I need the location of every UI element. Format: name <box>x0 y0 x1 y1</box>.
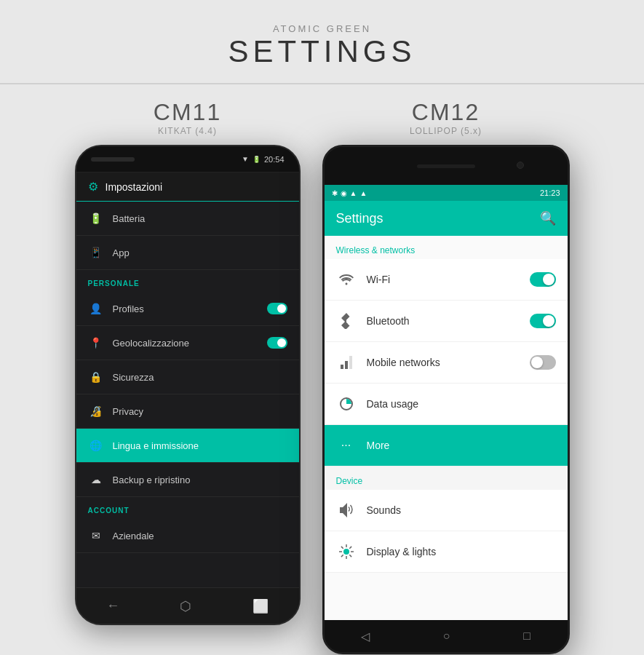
menu-item-aziendale[interactable]: ✉ Aziendale <box>76 519 299 553</box>
phone2-screen: Wireless & networks Wi-Fi <box>325 236 568 620</box>
phone2-label: CM12 LOLLIPOP (5.x) <box>410 99 482 136</box>
phone1-status-time: 20:54 <box>264 155 285 164</box>
settings-item-display[interactable]: Display & lights <box>325 531 568 573</box>
wireless-section-header: Wireless & networks <box>325 236 568 259</box>
lingua-icon: 🌐 <box>88 437 104 453</box>
settings-item-wifi[interactable]: Wi-Fi <box>325 259 568 301</box>
phone1-app-bar: ⚙ Impostazioni <box>76 172 299 202</box>
svg-rect-1 <box>345 361 348 369</box>
aziendale-label: Aziendale <box>113 531 287 541</box>
settings-item-data[interactable]: Data usage <box>325 384 568 425</box>
app-label: App <box>113 247 287 258</box>
phone2-body: ✱ ◉ ▲ ▲ 21:23 Settings 🔍 Wireless & netw… <box>322 145 570 654</box>
signal-status-icon: ▲ <box>359 189 367 197</box>
section-personale: PERSONALE <box>76 270 299 292</box>
geo-label: Geolocalizzazione <box>113 338 267 349</box>
display-label: Display & lights <box>367 546 556 557</box>
sicurezza-icon: 🔒 <box>88 369 104 385</box>
settings-item-bluetooth[interactable]: Bluetooth <box>325 301 568 342</box>
page-header: ATOMIC GREEN SETTINGS <box>0 0 644 83</box>
profiles-toggle[interactable] <box>267 303 287 314</box>
app-icon: 📱 <box>88 245 104 261</box>
menu-item-lingua[interactable]: 🌐 Lingua e immissione <box>76 429 299 463</box>
wifi-toggle[interactable] <box>530 272 556 287</box>
phone1-body: ▼ 🔋 20:54 ⚙ Impostazioni 🔋 Batteria <box>75 145 301 625</box>
backup-icon: ☁ <box>88 472 104 488</box>
phone1-app-title: Impostazioni <box>106 181 163 193</box>
settings-item-more[interactable]: ··· More <box>325 425 568 467</box>
batteria-label: Batteria <box>113 213 287 224</box>
mobile-toggle[interactable] <box>530 355 556 370</box>
display-icon <box>336 541 357 562</box>
phone2-top <box>325 147 568 185</box>
menu-item-privacy[interactable]: 🔏 Privacy <box>76 394 299 429</box>
svg-line-10 <box>341 547 343 549</box>
wifi-icon <box>336 269 357 290</box>
section-account: ACCOUNT <box>76 497 299 519</box>
section-personale-text: PERSONALE <box>88 279 140 287</box>
phone2-status-time: 21:23 <box>540 188 560 197</box>
nav2-back-icon[interactable]: ◁ <box>361 630 370 643</box>
battery-icon: 🔋 <box>88 210 104 226</box>
privacy-label: Privacy <box>113 406 287 417</box>
device-section-header: Device <box>325 467 568 490</box>
data-usage-icon <box>336 394 357 414</box>
phone2-status-icons: ✱ ◉ ▲ ▲ <box>332 189 367 197</box>
nav2-home-icon[interactable]: ○ <box>443 630 450 643</box>
phone1-speaker <box>91 157 135 162</box>
sounds-label: Sounds <box>367 504 556 516</box>
search-icon[interactable]: 🔍 <box>540 210 556 226</box>
svg-marker-4 <box>340 503 347 517</box>
alarm-status-icon: ◉ <box>341 189 347 197</box>
menu-item-backup[interactable]: ☁ Backup e ripristino <box>76 463 299 497</box>
nav-recents-icon[interactable]: ⬜ <box>253 598 269 614</box>
phone1-screen: ⚙ Impostazioni 🔋 Batteria 📱 App PERSONAL… <box>76 172 299 587</box>
privacy-icon: 🔏 <box>88 403 104 419</box>
nav2-recents-icon[interactable]: □ <box>523 630 530 643</box>
profiles-label: Profiles <box>113 303 267 314</box>
menu-item-geo[interactable]: 📍 Geolocalizzazione <box>76 326 299 360</box>
phone2-toolbar-title: Settings <box>336 211 383 226</box>
bluetooth-toggle[interactable] <box>530 314 556 328</box>
svg-rect-2 <box>349 356 352 369</box>
svg-rect-0 <box>341 365 343 369</box>
phone2-toolbar: Settings 🔍 <box>325 201 568 236</box>
section-account-text: ACCOUNT <box>88 507 130 515</box>
svg-line-11 <box>349 555 351 557</box>
phone2-nav: ◁ ○ □ <box>325 620 568 652</box>
phone2-label-main: CM12 <box>410 99 482 126</box>
nav-home-icon[interactable]: ⬡ <box>180 598 191 614</box>
device-section-title: Device <box>336 476 363 486</box>
menu-item-profiles[interactable]: 👤 Profiles <box>76 292 299 326</box>
svg-point-5 <box>343 549 349 555</box>
menu-item-app[interactable]: 📱 App <box>76 236 299 270</box>
phone2-speaker <box>417 164 475 168</box>
svg-line-13 <box>341 555 343 557</box>
menu-item-batteria[interactable]: 🔋 Batteria <box>76 202 299 236</box>
settings-item-mobile[interactable]: Mobile networks <box>325 342 568 384</box>
geo-icon: 📍 <box>88 335 104 351</box>
phone2-label-sub: LOLLIPOP (5.x) <box>410 126 482 136</box>
lingua-label: Lingua e immissione <box>113 440 287 451</box>
phone1-label-main: CM11 <box>154 99 221 126</box>
sounds-icon <box>336 500 357 520</box>
phone1-label: CM11 KITKAT (4.4) <box>154 99 221 136</box>
phone2-status-bar: ✱ ◉ ▲ ▲ 21:23 <box>325 185 568 201</box>
menu-item-sicurezza[interactable]: 🔒 Sicurezza <box>76 360 299 394</box>
bluetooth-icon <box>336 311 357 331</box>
settings-item-sounds[interactable]: Sounds <box>325 490 568 531</box>
backup-label: Backup e ripristino <box>113 475 287 485</box>
profiles-icon: 👤 <box>88 301 104 317</box>
header-title: SETTINGS <box>0 35 644 68</box>
phone1-notch: ▼ 🔋 20:54 <box>76 146 299 172</box>
more-label: More <box>367 440 556 451</box>
header-subtitle: ATOMIC GREEN <box>273 23 371 34</box>
phones-container: CM11 KITKAT (4.4) ▼ 🔋 20:54 ⚙ Impostazio… <box>0 92 644 654</box>
wifi-label: Wi-Fi <box>367 274 530 285</box>
mobile-signal-icon <box>336 352 357 373</box>
bluetooth-status-icon: ✱ <box>332 189 338 197</box>
wireless-section-title: Wireless & networks <box>336 245 416 255</box>
geo-toggle[interactable] <box>267 337 287 349</box>
phone1-nav: ← ⬡ ⬜ <box>76 587 299 624</box>
nav-back-icon[interactable]: ← <box>106 598 119 614</box>
